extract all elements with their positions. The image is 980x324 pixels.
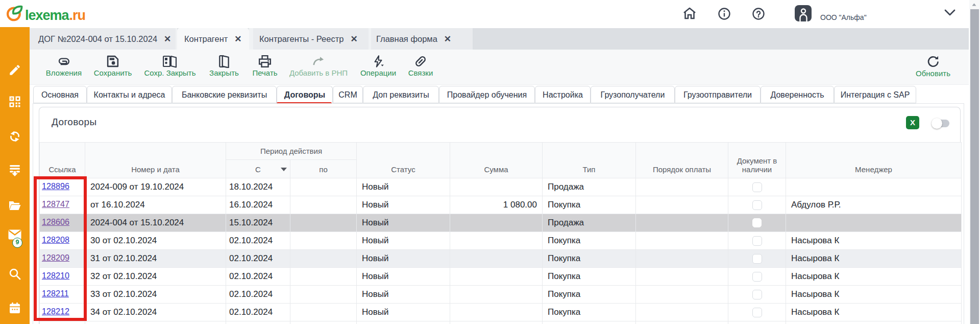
- svg-text:.ru: .ru: [69, 8, 86, 23]
- svg-text:lexema: lexema: [25, 8, 70, 23]
